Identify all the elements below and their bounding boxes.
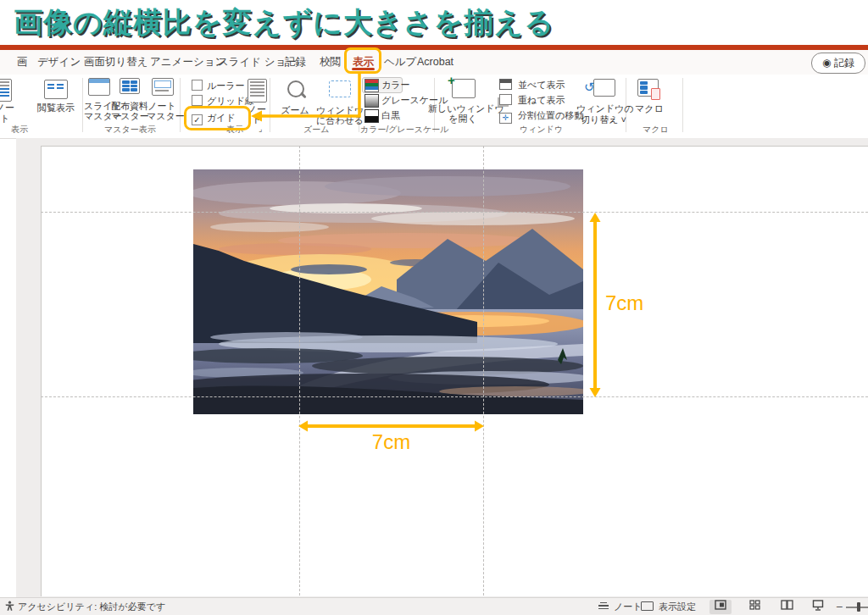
zoom-slider-thumb[interactable] (857, 602, 860, 612)
group-separator (270, 78, 270, 132)
zoom-out-button[interactable]: − (836, 598, 843, 615)
move-split-item[interactable]: ✛ 分割位置の移動 (499, 109, 583, 123)
page-title: 画像の縦横比を変えずに大きさを揃える (14, 3, 554, 42)
fit-to-window-icon[interactable] (329, 80, 351, 97)
status-bar: アクセシビリティ: 検討が必要です ノート 表示設定 − (0, 597, 868, 615)
tab-draw[interactable]: 画 (17, 50, 28, 75)
notes-page-icon[interactable] (248, 79, 267, 102)
checkbox-guides[interactable]: ✓ガイド (192, 112, 236, 123)
record-icon: ◉ (822, 57, 831, 69)
group-label-zoom: ズーム (303, 124, 329, 136)
cascade-item[interactable]: 重ねて表示 (499, 94, 565, 108)
slideshow-view-button[interactable] (807, 600, 829, 614)
tab-transitions[interactable]: 画面切り替え (84, 50, 148, 75)
group-separator (682, 78, 683, 132)
macro-scroll-icon (651, 88, 660, 100)
macro-label[interactable]: マクロ (634, 102, 665, 115)
group-label-color-grayscale: カラー/グレースケール (360, 124, 448, 136)
grayscale-icon[interactable] (364, 94, 379, 108)
gridlines-checkbox[interactable] (192, 95, 203, 106)
accessibility-status[interactable]: アクセシビリティ: 検討が必要です (4, 598, 165, 615)
reading-view-label[interactable]: 閲覧表示 (36, 102, 76, 114)
notes-view-icon[interactable] (0, 79, 12, 102)
reading-view-icon[interactable] (44, 80, 68, 99)
group-separator (82, 78, 83, 132)
normal-view-button[interactable] (709, 600, 732, 614)
tab-acrobat[interactable]: Acrobat (417, 50, 453, 75)
slide-photo[interactable] (193, 169, 583, 414)
checkbox-gridlines[interactable]: グリッド線 (192, 95, 254, 106)
color-icon (364, 79, 379, 92)
group-label-presentation-views: 表示 (11, 124, 28, 136)
tab-help[interactable]: ヘルプ (384, 50, 416, 75)
dialog-launcher-icon[interactable]: ⌟ (259, 125, 262, 133)
tab-record[interactable]: 記録 (285, 50, 306, 75)
powerpoint-window: 画像の縦横比を変えずに大きさを揃える 画 デザイン 画面切り替え アニメーション… (0, 0, 868, 615)
tab-design[interactable]: デザイン (37, 50, 81, 75)
height-dimension-label: 7cm (605, 291, 643, 315)
group-label-master-views: マスター表示 (104, 124, 156, 136)
group-label-show: 表示 (226, 124, 243, 136)
record-button[interactable]: ◉ 記録 (811, 53, 865, 74)
guides-checkbox[interactable]: ✓ (192, 114, 203, 125)
display-settings-button[interactable]: 表示設定 (641, 598, 696, 615)
notes-master-icon[interactable] (152, 78, 174, 96)
ruler-checkbox[interactable] (192, 80, 203, 91)
new-window-icon[interactable]: + (452, 79, 476, 98)
group-label-macro: マクロ (643, 124, 669, 136)
switch-windows-icon[interactable]: ↺ (593, 79, 615, 97)
accessibility-icon (4, 601, 15, 612)
group-label-window: ウィンドウ (520, 124, 563, 136)
horizontal-guide-top[interactable] (41, 212, 868, 213)
display-settings-icon (641, 601, 654, 611)
arrange-all-item[interactable]: 並べて表示 (499, 79, 565, 92)
black-white-label[interactable]: 白黒 (381, 109, 400, 123)
vertical-guide-left[interactable] (299, 146, 300, 596)
slide-sorter-button[interactable] (743, 600, 765, 614)
color-label[interactable]: カラー (381, 79, 410, 92)
notes-toggle[interactable]: ノート (598, 598, 643, 615)
handout-master-icon[interactable] (120, 78, 140, 94)
zoom-icon[interactable] (287, 80, 304, 97)
checkbox-ruler[interactable]: ルーラー (192, 80, 245, 91)
reading-view-button[interactable] (776, 600, 798, 614)
slide-master-icon[interactable] (88, 78, 110, 96)
notes-icon (598, 601, 609, 612)
vertical-guide-right[interactable] (483, 146, 484, 596)
horizontal-guide-bottom[interactable] (41, 396, 868, 397)
tab-view[interactable]: 表示 (353, 50, 374, 75)
black-white-icon[interactable] (364, 109, 379, 123)
tab-review[interactable]: 校閲 (320, 50, 341, 75)
group-separator (180, 78, 181, 132)
active-tab-underline (352, 68, 375, 70)
width-dimension-label: 7cm (342, 430, 440, 454)
zoom-button-label[interactable]: ズーム (281, 104, 309, 117)
tab-animations[interactable]: アニメーション (150, 50, 225, 75)
